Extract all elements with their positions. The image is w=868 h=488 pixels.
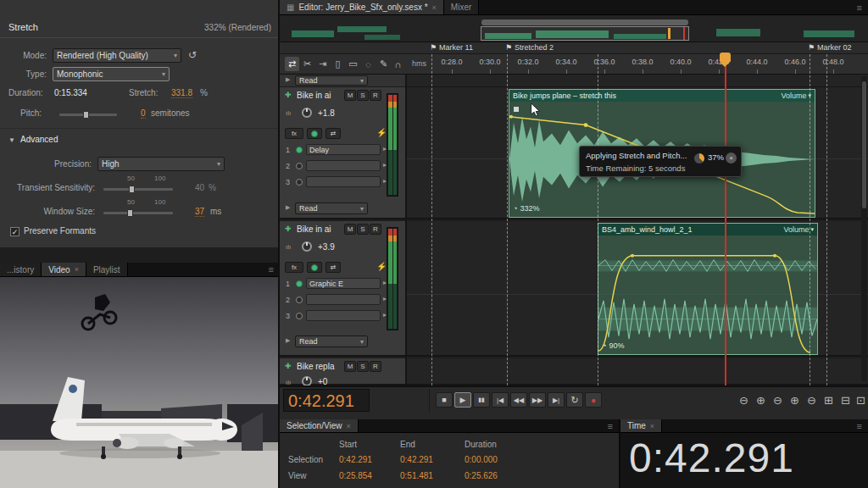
effect-slot[interactable] <box>306 176 381 187</box>
view-end-value[interactable]: 0:51.481 <box>400 471 433 480</box>
stretch-handle[interactable] <box>514 107 519 112</box>
master-automation-select[interactable]: Read▾ <box>295 75 368 86</box>
cancel-icon[interactable]: × <box>726 152 737 164</box>
selection-start-value[interactable]: 0:42.291 <box>339 455 372 464</box>
precision-select[interactable]: High▾ <box>97 157 225 171</box>
chevron-down-icon[interactable]: ▾ <box>810 226 814 233</box>
zoom-to-selection-icon[interactable]: ⊡ <box>856 394 865 407</box>
panel-menu-icon[interactable]: ≡ <box>602 419 619 432</box>
marker-flag[interactable]: ⚑Marker 11 <box>430 43 473 52</box>
collapse-icon[interactable]: ▶ <box>286 76 290 83</box>
slot-power-icon[interactable] <box>296 163 303 169</box>
tab-mixer[interactable]: Mixer <box>444 0 479 14</box>
transient-slider[interactable] <box>103 188 173 191</box>
zoom-out-full-icon[interactable]: ⊖ <box>739 394 748 407</box>
tab-time[interactable]: Time× <box>620 419 662 432</box>
mute-button[interactable]: M <box>344 361 356 372</box>
track-gain-value[interactable]: +1.8 <box>318 108 335 118</box>
selection-end-value[interactable]: 0:42.291 <box>400 455 433 464</box>
close-icon[interactable]: × <box>650 422 654 430</box>
effect-slot[interactable]: Graphic E <box>306 278 381 289</box>
zoom-out-vertical-icon[interactable]: ⊖ <box>807 394 816 407</box>
window-size-slider-handle[interactable] <box>127 209 133 217</box>
slot-power-icon[interactable] <box>296 313 303 319</box>
record-button[interactable]: ● <box>585 392 602 408</box>
volume-knob[interactable] <box>302 241 312 252</box>
marker-row[interactable] <box>280 42 868 54</box>
collapse-icon[interactable]: ▶ <box>286 204 290 211</box>
io-routing-button[interactable]: ⇄ <box>326 128 341 139</box>
preserve-formants-checkbox[interactable]: ✓ <box>10 227 19 236</box>
automation-select[interactable]: Read▾ <box>295 202 368 214</box>
marker-flag[interactable]: ⚑Marker 02 <box>808 43 852 52</box>
arm-record-button[interactable]: R <box>370 361 381 372</box>
zoom-out-horizontal-icon[interactable]: ⊖ <box>773 394 782 407</box>
zoom-in-vertical-icon[interactable]: ⊕ <box>790 394 799 407</box>
transient-value[interactable]: 40 <box>195 183 204 192</box>
solo-button[interactable]: S <box>357 224 369 235</box>
play-button[interactable]: ▶ <box>454 392 471 408</box>
mute-button[interactable]: M <box>344 224 356 235</box>
solo-button[interactable]: S <box>357 90 369 101</box>
razor-tool-icon[interactable]: ✂ <box>300 57 314 71</box>
tab-history[interactable]: ...istory <box>0 263 42 276</box>
stop-button[interactable]: ■ <box>436 392 453 408</box>
overview-scrollbar[interactable] <box>481 19 688 25</box>
view-start-value[interactable]: 0:25.854 <box>339 471 372 480</box>
track-lane[interactable] <box>407 358 868 385</box>
panel-menu-icon[interactable]: ≡ <box>263 263 280 276</box>
skip-to-end-button[interactable]: ▶| <box>548 392 565 408</box>
playhead-head[interactable] <box>720 53 731 62</box>
arm-record-button[interactable]: R <box>370 224 381 235</box>
marquee-tool-icon[interactable]: ▭ <box>346 57 360 71</box>
slip-tool-icon[interactable]: ⇥ <box>315 57 330 71</box>
effect-slot[interactable] <box>306 310 381 321</box>
slot-power-icon[interactable] <box>296 280 303 287</box>
transport-time-display[interactable]: 0:42.291 <box>288 391 354 411</box>
zoom-to-out-point-icon[interactable]: ⊟ <box>841 394 850 407</box>
close-icon[interactable]: × <box>432 3 437 12</box>
marker-flag[interactable]: ⚑Stretched 2 <box>505 43 554 52</box>
volume-knob[interactable] <box>302 108 312 118</box>
window-size-value[interactable]: 37 <box>195 207 204 217</box>
mode-select[interactable]: Rendered (High Quality)▾ <box>53 48 181 63</box>
slot-power-icon[interactable] <box>296 297 303 303</box>
selection-duration-value[interactable]: 0:00.000 <box>465 455 498 464</box>
type-select[interactable]: Monophonic▾ <box>53 67 170 81</box>
pitch-value[interactable]: 0 <box>141 108 146 119</box>
rewind-button[interactable]: ◀◀ <box>510 392 527 408</box>
solo-button[interactable]: S <box>357 361 369 372</box>
skip-to-start-button[interactable]: |◀ <box>492 392 509 408</box>
reset-icon[interactable]: ↺ <box>188 49 197 61</box>
pause-button[interactable]: ▮▮ <box>473 392 490 408</box>
effect-slot[interactable] <box>306 160 381 171</box>
mute-button[interactable]: M <box>344 90 356 101</box>
fx-power-button[interactable] <box>307 128 322 139</box>
effect-slot[interactable]: Delay <box>306 144 381 155</box>
time-selection-tool-icon[interactable]: ▯ <box>331 57 345 71</box>
panel-menu-icon[interactable]: ≡ <box>851 0 868 14</box>
track-name[interactable]: Bike in ai <box>297 91 341 100</box>
clip-title-bar[interactable]: BS4_amb_wind_howl_2_1 Volume▾ <box>598 224 817 236</box>
panel-menu-icon[interactable]: ≡ <box>851 419 868 432</box>
automation-select[interactable]: Read▾ <box>295 336 368 347</box>
move-tool-icon[interactable]: ⇄ <box>285 57 299 71</box>
envelope-keyframe[interactable] <box>584 123 588 127</box>
stretch-value[interactable]: 331.8 <box>171 88 192 98</box>
playhead-line[interactable] <box>725 54 726 385</box>
tab-selection-view[interactable]: Selection/View× <box>280 419 359 432</box>
envelope-keyframe[interactable] <box>509 115 513 119</box>
clip-title-bar[interactable]: Bike jumps plane – stretch this Volume▾ <box>509 90 815 102</box>
track-name[interactable]: Bike in ai <box>297 225 341 234</box>
advanced-section-label[interactable]: Advanced <box>20 135 58 144</box>
fast-forward-button[interactable]: ▶▶ <box>529 392 546 408</box>
slot-power-icon[interactable] <box>296 179 303 186</box>
freeze-icon[interactable]: ⚡ <box>376 128 387 137</box>
track-name[interactable]: Bike repla <box>297 362 341 371</box>
transient-slider-handle[interactable] <box>129 186 135 193</box>
fx-button[interactable]: fx <box>285 128 303 139</box>
arm-record-button[interactable]: R <box>370 90 381 101</box>
loop-button[interactable]: ↻ <box>566 392 583 408</box>
paintbrush-tool-icon[interactable]: ✎ <box>376 57 391 71</box>
collapse-icon[interactable]: ▶ <box>286 337 290 344</box>
